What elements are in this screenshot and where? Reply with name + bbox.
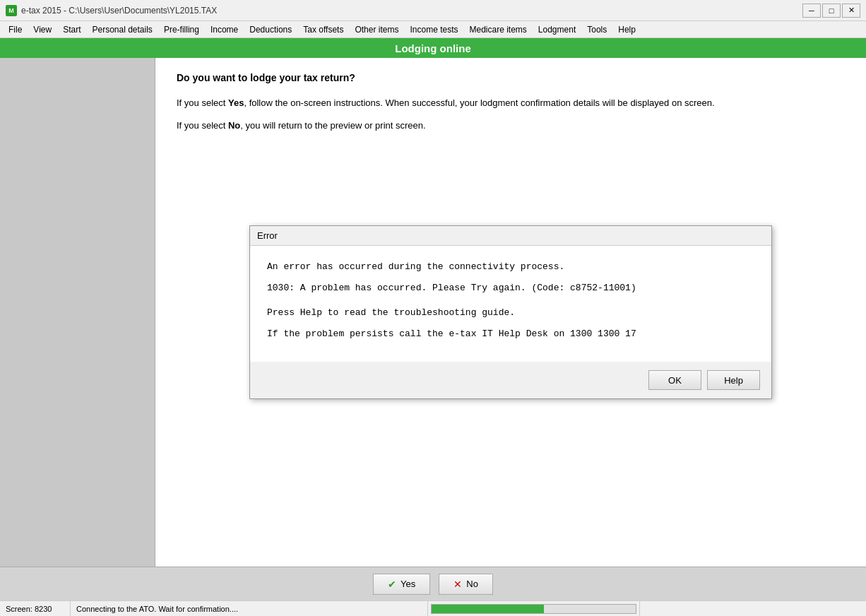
menu-personal-details[interactable]: Personal details — [86, 23, 158, 36]
dialog-line3: Press Help to read the troubleshooting g… — [267, 306, 754, 320]
menu-income-tests[interactable]: Income tests — [404, 23, 463, 36]
menu-pre-filling[interactable]: Pre-filling — [158, 23, 205, 36]
dialog-footer: OK Help — [250, 362, 771, 398]
status-message: Connecting to the ATO. Wait for confirma… — [71, 601, 428, 616]
dialog-overlay: Error An error has occurred during the c… — [155, 58, 866, 567]
menu-start[interactable]: Start — [57, 23, 86, 36]
checkmark-icon: ✔ — [388, 579, 396, 590]
status-screen: Screen: 8230 — [0, 601, 71, 616]
status-progress — [428, 601, 640, 616]
header-title: Lodging online — [395, 42, 470, 54]
dialog-line1: An error has occurred during the connect… — [267, 260, 754, 274]
dialog-line2: 1030: A problem has occurred. Please Try… — [267, 281, 754, 295]
header-bar: Lodging online — [0, 38, 866, 58]
menu-tools[interactable]: Tools — [581, 23, 612, 36]
maximize-button[interactable]: □ — [822, 4, 841, 18]
main-area: Do you want to lodge your tax return? If… — [0, 58, 866, 567]
menu-bar: File View Start Personal details Pre-fil… — [0, 21, 866, 38]
screen-number: Screen: 8230 — [6, 605, 52, 613]
title-bar: M e-tax 2015 - C:\Users\User\Documents\Y… — [0, 0, 866, 21]
menu-tax-offsets[interactable]: Tax offsets — [297, 23, 349, 36]
menu-view[interactable]: View — [28, 23, 57, 36]
menu-medicare-items[interactable]: Medicare items — [463, 23, 532, 36]
menu-lodgment[interactable]: Lodgment — [533, 23, 581, 36]
error-dialog: Error An error has occurred during the c… — [249, 225, 772, 399]
content-area: Do you want to lodge your tax return? If… — [155, 58, 866, 567]
window-controls: ─ □ ✕ — [802, 4, 860, 18]
no-button[interactable]: ✕ No — [439, 574, 493, 595]
progress-bar-outer — [431, 604, 636, 614]
progress-bar-inner — [432, 605, 544, 613]
menu-help[interactable]: Help — [612, 23, 641, 36]
menu-deductions[interactable]: Deductions — [244, 23, 297, 36]
dialog-body: An error has occurred during the connect… — [250, 246, 771, 362]
close-button[interactable]: ✕ — [842, 4, 860, 18]
window-title: e-tax 2015 - C:\Users\User\Documents\YL2… — [21, 6, 217, 16]
menu-file[interactable]: File — [3, 23, 28, 36]
bottom-bar: ✔ Yes ✕ No — [0, 567, 866, 600]
dialog-help-button[interactable]: Help — [707, 370, 760, 390]
status-text: Connecting to the ATO. Wait for confirma… — [76, 605, 238, 613]
menu-income[interactable]: Income — [205, 23, 244, 36]
yes-label: Yes — [401, 579, 415, 589]
menu-other-items[interactable]: Other items — [349, 23, 404, 36]
dialog-ok-button[interactable]: OK — [648, 370, 701, 390]
status-right — [640, 601, 866, 616]
dialog-title-bar: Error — [250, 226, 771, 246]
minimize-button[interactable]: ─ — [802, 4, 821, 18]
dialog-title: Error — [257, 230, 278, 241]
dialog-line4: If the problem persists call the e-tax I… — [267, 327, 754, 341]
app-icon: M — [6, 5, 17, 16]
sidebar — [0, 58, 155, 567]
x-icon: ✕ — [453, 579, 462, 590]
yes-button[interactable]: ✔ Yes — [373, 574, 430, 595]
status-bar: Screen: 8230 Connecting to the ATO. Wait… — [0, 600, 866, 616]
no-label: No — [466, 579, 478, 589]
